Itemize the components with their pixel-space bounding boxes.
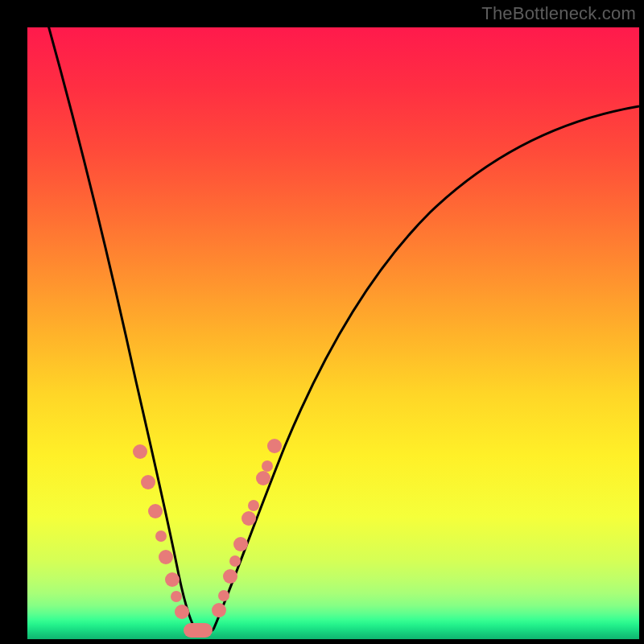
watermark-text: TheBottleneck.com	[481, 3, 636, 24]
svg-rect-0	[27, 27, 639, 639]
background-gradient	[27, 27, 639, 639]
plot-area	[27, 27, 639, 639]
